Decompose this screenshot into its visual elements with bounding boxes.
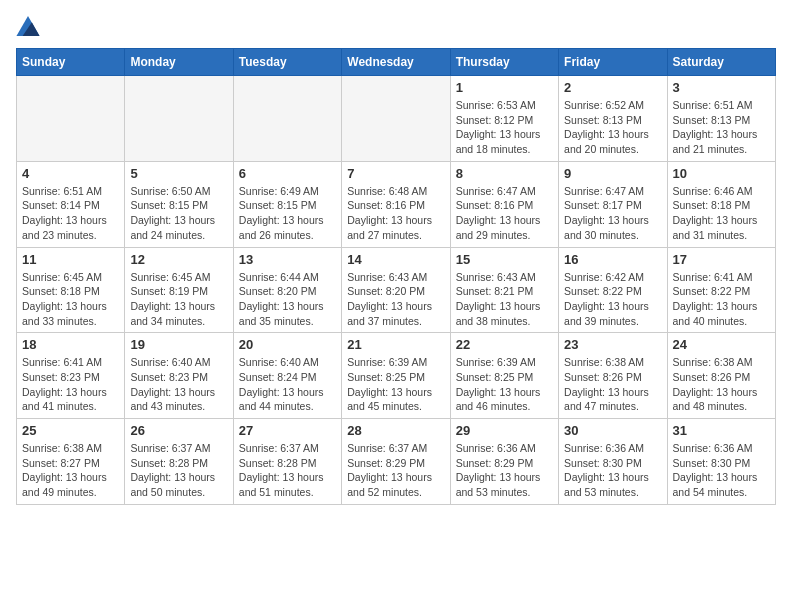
day-cell: 28 Sunrise: 6:37 AM Sunset: 8:29 PM Dayl… [342,419,450,505]
day-number: 30 [564,423,661,438]
day-number: 7 [347,166,444,181]
day-number: 27 [239,423,336,438]
day-cell: 5 Sunrise: 6:50 AM Sunset: 8:15 PM Dayli… [125,161,233,247]
day-info: Sunrise: 6:47 AM Sunset: 8:16 PM Dayligh… [456,184,553,243]
day-cell: 10 Sunrise: 6:46 AM Sunset: 8:18 PM Dayl… [667,161,775,247]
days-of-week-header: SundayMondayTuesdayWednesdayThursdayFrid… [17,49,776,76]
day-cell: 8 Sunrise: 6:47 AM Sunset: 8:16 PM Dayli… [450,161,558,247]
week-row-1: 1 Sunrise: 6:53 AM Sunset: 8:12 PM Dayli… [17,76,776,162]
dow-saturday: Saturday [667,49,775,76]
day-info: Sunrise: 6:41 AM Sunset: 8:23 PM Dayligh… [22,355,119,414]
day-number: 11 [22,252,119,267]
dow-wednesday: Wednesday [342,49,450,76]
day-cell: 23 Sunrise: 6:38 AM Sunset: 8:26 PM Dayl… [559,333,667,419]
day-cell: 17 Sunrise: 6:41 AM Sunset: 8:22 PM Dayl… [667,247,775,333]
day-cell: 18 Sunrise: 6:41 AM Sunset: 8:23 PM Dayl… [17,333,125,419]
day-cell: 25 Sunrise: 6:38 AM Sunset: 8:27 PM Dayl… [17,419,125,505]
day-info: Sunrise: 6:51 AM Sunset: 8:14 PM Dayligh… [22,184,119,243]
day-number: 24 [673,337,770,352]
day-info: Sunrise: 6:40 AM Sunset: 8:23 PM Dayligh… [130,355,227,414]
day-info: Sunrise: 6:43 AM Sunset: 8:20 PM Dayligh… [347,270,444,329]
day-number: 5 [130,166,227,181]
day-info: Sunrise: 6:53 AM Sunset: 8:12 PM Dayligh… [456,98,553,157]
day-info: Sunrise: 6:45 AM Sunset: 8:19 PM Dayligh… [130,270,227,329]
day-number: 23 [564,337,661,352]
day-info: Sunrise: 6:42 AM Sunset: 8:22 PM Dayligh… [564,270,661,329]
week-row-2: 4 Sunrise: 6:51 AM Sunset: 8:14 PM Dayli… [17,161,776,247]
day-number: 9 [564,166,661,181]
day-cell: 30 Sunrise: 6:36 AM Sunset: 8:30 PM Dayl… [559,419,667,505]
day-cell: 1 Sunrise: 6:53 AM Sunset: 8:12 PM Dayli… [450,76,558,162]
day-number: 28 [347,423,444,438]
day-number: 1 [456,80,553,95]
day-cell: 21 Sunrise: 6:39 AM Sunset: 8:25 PM Dayl… [342,333,450,419]
week-row-4: 18 Sunrise: 6:41 AM Sunset: 8:23 PM Dayl… [17,333,776,419]
day-info: Sunrise: 6:43 AM Sunset: 8:21 PM Dayligh… [456,270,553,329]
day-number: 6 [239,166,336,181]
day-info: Sunrise: 6:47 AM Sunset: 8:17 PM Dayligh… [564,184,661,243]
logo-icon [16,16,40,36]
day-info: Sunrise: 6:37 AM Sunset: 8:28 PM Dayligh… [239,441,336,500]
day-cell: 11 Sunrise: 6:45 AM Sunset: 8:18 PM Dayl… [17,247,125,333]
day-info: Sunrise: 6:36 AM Sunset: 8:30 PM Dayligh… [673,441,770,500]
day-cell: 16 Sunrise: 6:42 AM Sunset: 8:22 PM Dayl… [559,247,667,333]
day-cell [17,76,125,162]
day-info: Sunrise: 6:37 AM Sunset: 8:28 PM Dayligh… [130,441,227,500]
day-number: 13 [239,252,336,267]
day-number: 2 [564,80,661,95]
day-number: 20 [239,337,336,352]
day-number: 31 [673,423,770,438]
dow-monday: Monday [125,49,233,76]
week-row-5: 25 Sunrise: 6:38 AM Sunset: 8:27 PM Dayl… [17,419,776,505]
day-number: 29 [456,423,553,438]
day-info: Sunrise: 6:38 AM Sunset: 8:27 PM Dayligh… [22,441,119,500]
dow-friday: Friday [559,49,667,76]
day-number: 26 [130,423,227,438]
day-number: 10 [673,166,770,181]
week-row-3: 11 Sunrise: 6:45 AM Sunset: 8:18 PM Dayl… [17,247,776,333]
day-info: Sunrise: 6:36 AM Sunset: 8:30 PM Dayligh… [564,441,661,500]
day-info: Sunrise: 6:44 AM Sunset: 8:20 PM Dayligh… [239,270,336,329]
day-number: 21 [347,337,444,352]
day-info: Sunrise: 6:48 AM Sunset: 8:16 PM Dayligh… [347,184,444,243]
logo [16,16,44,36]
day-number: 14 [347,252,444,267]
day-cell: 26 Sunrise: 6:37 AM Sunset: 8:28 PM Dayl… [125,419,233,505]
day-number: 22 [456,337,553,352]
day-cell: 6 Sunrise: 6:49 AM Sunset: 8:15 PM Dayli… [233,161,341,247]
day-cell [125,76,233,162]
calendar-table: SundayMondayTuesdayWednesdayThursdayFrid… [16,48,776,505]
day-cell: 13 Sunrise: 6:44 AM Sunset: 8:20 PM Dayl… [233,247,341,333]
day-number: 15 [456,252,553,267]
day-cell: 29 Sunrise: 6:36 AM Sunset: 8:29 PM Dayl… [450,419,558,505]
day-cell: 31 Sunrise: 6:36 AM Sunset: 8:30 PM Dayl… [667,419,775,505]
day-number: 3 [673,80,770,95]
day-number: 18 [22,337,119,352]
day-number: 25 [22,423,119,438]
day-cell: 12 Sunrise: 6:45 AM Sunset: 8:19 PM Dayl… [125,247,233,333]
day-cell: 4 Sunrise: 6:51 AM Sunset: 8:14 PM Dayli… [17,161,125,247]
day-info: Sunrise: 6:50 AM Sunset: 8:15 PM Dayligh… [130,184,227,243]
day-number: 12 [130,252,227,267]
day-number: 8 [456,166,553,181]
day-number: 19 [130,337,227,352]
calendar-body: 1 Sunrise: 6:53 AM Sunset: 8:12 PM Dayli… [17,76,776,505]
day-cell: 27 Sunrise: 6:37 AM Sunset: 8:28 PM Dayl… [233,419,341,505]
page-header [16,16,776,36]
day-info: Sunrise: 6:45 AM Sunset: 8:18 PM Dayligh… [22,270,119,329]
day-cell: 7 Sunrise: 6:48 AM Sunset: 8:16 PM Dayli… [342,161,450,247]
day-number: 16 [564,252,661,267]
day-cell: 14 Sunrise: 6:43 AM Sunset: 8:20 PM Dayl… [342,247,450,333]
day-info: Sunrise: 6:37 AM Sunset: 8:29 PM Dayligh… [347,441,444,500]
day-cell: 9 Sunrise: 6:47 AM Sunset: 8:17 PM Dayli… [559,161,667,247]
day-number: 17 [673,252,770,267]
day-cell: 24 Sunrise: 6:38 AM Sunset: 8:26 PM Dayl… [667,333,775,419]
day-cell: 3 Sunrise: 6:51 AM Sunset: 8:13 PM Dayli… [667,76,775,162]
day-number: 4 [22,166,119,181]
day-info: Sunrise: 6:36 AM Sunset: 8:29 PM Dayligh… [456,441,553,500]
day-info: Sunrise: 6:46 AM Sunset: 8:18 PM Dayligh… [673,184,770,243]
day-cell [233,76,341,162]
day-info: Sunrise: 6:40 AM Sunset: 8:24 PM Dayligh… [239,355,336,414]
day-cell: 2 Sunrise: 6:52 AM Sunset: 8:13 PM Dayli… [559,76,667,162]
day-cell [342,76,450,162]
